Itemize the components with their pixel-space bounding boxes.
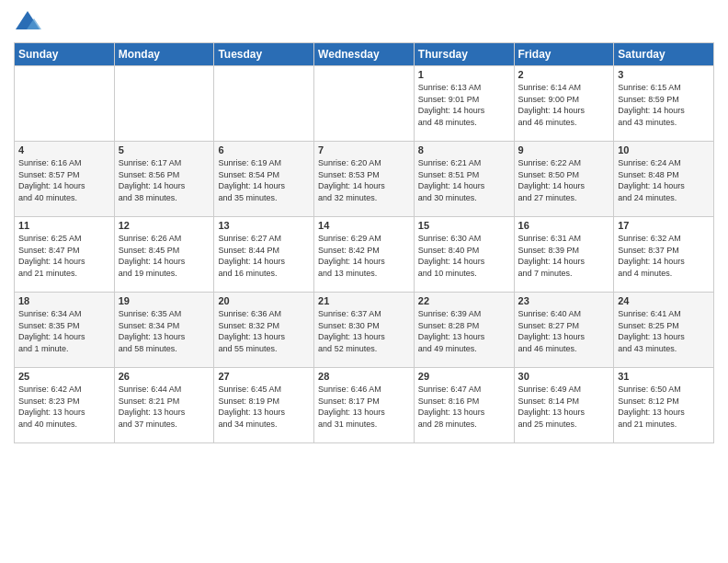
weekday-header-monday: Monday <box>114 43 214 66</box>
calendar-cell: 1Sunrise: 6:13 AM Sunset: 9:01 PM Daylig… <box>414 66 514 142</box>
calendar-cell: 30Sunrise: 6:49 AM Sunset: 8:14 PM Dayli… <box>514 368 614 443</box>
calendar-cell <box>15 66 115 142</box>
day-info: Sunrise: 6:50 AM Sunset: 8:12 PM Dayligh… <box>618 384 710 430</box>
calendar-cell: 24Sunrise: 6:41 AM Sunset: 8:25 PM Dayli… <box>614 293 714 368</box>
day-number: 26 <box>119 371 210 382</box>
day-number: 30 <box>518 371 610 382</box>
calendar-cell: 9Sunrise: 6:22 AM Sunset: 8:50 PM Daylig… <box>514 142 614 217</box>
day-info: Sunrise: 6:19 AM Sunset: 8:54 PM Dayligh… <box>218 157 310 203</box>
day-info: Sunrise: 6:49 AM Sunset: 8:14 PM Dayligh… <box>518 384 610 430</box>
calendar-cell: 11Sunrise: 6:25 AM Sunset: 8:47 PM Dayli… <box>15 217 115 293</box>
day-info: Sunrise: 6:44 AM Sunset: 8:21 PM Dayligh… <box>119 384 210 430</box>
day-number: 7 <box>318 144 410 155</box>
day-number: 15 <box>418 220 510 231</box>
day-info: Sunrise: 6:24 AM Sunset: 8:48 PM Dayligh… <box>618 157 710 203</box>
calendar-cell <box>314 66 415 142</box>
day-number: 29 <box>418 371 510 382</box>
calendar-cell: 16Sunrise: 6:31 AM Sunset: 8:39 PM Dayli… <box>514 217 614 293</box>
calendar-cell: 28Sunrise: 6:46 AM Sunset: 8:17 PM Dayli… <box>314 368 415 443</box>
weekday-header-row: SundayMondayTuesdayWednesdayThursdayFrid… <box>15 43 714 66</box>
day-info: Sunrise: 6:30 AM Sunset: 8:40 PM Dayligh… <box>418 233 510 279</box>
weekday-header-sunday: Sunday <box>15 43 115 66</box>
day-number: 1 <box>418 69 510 80</box>
day-info: Sunrise: 6:45 AM Sunset: 8:19 PM Dayligh… <box>218 384 310 430</box>
weekday-header-thursday: Thursday <box>414 43 514 66</box>
day-info: Sunrise: 6:13 AM Sunset: 9:01 PM Dayligh… <box>418 82 510 128</box>
day-number: 27 <box>218 371 310 382</box>
day-number: 9 <box>518 144 610 155</box>
calendar-cell: 29Sunrise: 6:47 AM Sunset: 8:16 PM Dayli… <box>414 368 514 443</box>
logo <box>14 9 45 35</box>
day-number: 28 <box>318 371 410 382</box>
calendar-cell: 6Sunrise: 6:19 AM Sunset: 8:54 PM Daylig… <box>214 142 314 217</box>
weekday-header-wednesday: Wednesday <box>314 43 415 66</box>
day-number: 16 <box>518 220 610 231</box>
day-number: 31 <box>618 371 710 382</box>
day-info: Sunrise: 6:27 AM Sunset: 8:44 PM Dayligh… <box>218 233 310 279</box>
day-number: 11 <box>18 220 110 231</box>
calendar-cell: 15Sunrise: 6:30 AM Sunset: 8:40 PM Dayli… <box>414 217 514 293</box>
day-info: Sunrise: 6:32 AM Sunset: 8:37 PM Dayligh… <box>618 233 710 279</box>
calendar-cell: 21Sunrise: 6:37 AM Sunset: 8:30 PM Dayli… <box>314 293 415 368</box>
day-number: 13 <box>218 220 310 231</box>
day-info: Sunrise: 6:35 AM Sunset: 8:34 PM Dayligh… <box>119 308 210 354</box>
day-number: 17 <box>618 220 710 231</box>
day-number: 23 <box>518 295 610 306</box>
day-info: Sunrise: 6:39 AM Sunset: 8:28 PM Dayligh… <box>418 308 510 354</box>
calendar-week-row: 4Sunrise: 6:16 AM Sunset: 8:57 PM Daylig… <box>15 142 714 217</box>
calendar-cell: 12Sunrise: 6:26 AM Sunset: 8:45 PM Dayli… <box>114 217 214 293</box>
day-info: Sunrise: 6:16 AM Sunset: 8:57 PM Dayligh… <box>18 157 110 203</box>
day-info: Sunrise: 6:41 AM Sunset: 8:25 PM Dayligh… <box>618 308 710 354</box>
calendar-cell: 13Sunrise: 6:27 AM Sunset: 8:44 PM Dayli… <box>214 217 314 293</box>
calendar-cell: 31Sunrise: 6:50 AM Sunset: 8:12 PM Dayli… <box>614 368 714 443</box>
page-container: SundayMondayTuesdayWednesdayThursdayFrid… <box>0 0 728 563</box>
day-info: Sunrise: 6:20 AM Sunset: 8:53 PM Dayligh… <box>318 157 410 203</box>
day-info: Sunrise: 6:17 AM Sunset: 8:56 PM Dayligh… <box>119 157 210 203</box>
calendar-cell: 25Sunrise: 6:42 AM Sunset: 8:23 PM Dayli… <box>15 368 115 443</box>
day-number: 24 <box>618 295 710 306</box>
day-number: 2 <box>518 69 610 80</box>
day-info: Sunrise: 6:31 AM Sunset: 8:39 PM Dayligh… <box>518 233 610 279</box>
calendar-cell: 3Sunrise: 6:15 AM Sunset: 8:59 PM Daylig… <box>614 66 714 142</box>
calendar-cell: 26Sunrise: 6:44 AM Sunset: 8:21 PM Dayli… <box>114 368 214 443</box>
day-info: Sunrise: 6:46 AM Sunset: 8:17 PM Dayligh… <box>318 384 410 430</box>
day-number: 14 <box>318 220 410 231</box>
calendar-cell <box>214 66 314 142</box>
day-number: 8 <box>418 144 510 155</box>
day-number: 22 <box>418 295 510 306</box>
calendar-week-row: 18Sunrise: 6:34 AM Sunset: 8:35 PM Dayli… <box>15 293 714 368</box>
day-info: Sunrise: 6:22 AM Sunset: 8:50 PM Dayligh… <box>518 157 610 203</box>
day-info: Sunrise: 6:15 AM Sunset: 8:59 PM Dayligh… <box>618 82 710 128</box>
day-info: Sunrise: 6:21 AM Sunset: 8:51 PM Dayligh… <box>418 157 510 203</box>
day-info: Sunrise: 6:37 AM Sunset: 8:30 PM Dayligh… <box>318 308 410 354</box>
day-number: 19 <box>119 295 210 306</box>
calendar-cell: 4Sunrise: 6:16 AM Sunset: 8:57 PM Daylig… <box>15 142 115 217</box>
day-info: Sunrise: 6:47 AM Sunset: 8:16 PM Dayligh… <box>418 384 510 430</box>
day-number: 12 <box>119 220 210 231</box>
day-number: 3 <box>618 69 710 80</box>
day-number: 4 <box>18 144 110 155</box>
day-info: Sunrise: 6:42 AM Sunset: 8:23 PM Dayligh… <box>18 384 110 430</box>
calendar-cell: 5Sunrise: 6:17 AM Sunset: 8:56 PM Daylig… <box>114 142 214 217</box>
day-number: 21 <box>318 295 410 306</box>
day-number: 20 <box>218 295 310 306</box>
page-header <box>14 9 714 35</box>
weekday-header-tuesday: Tuesday <box>214 43 314 66</box>
day-number: 18 <box>18 295 110 306</box>
calendar-cell: 23Sunrise: 6:40 AM Sunset: 8:27 PM Dayli… <box>514 293 614 368</box>
weekday-header-saturday: Saturday <box>614 43 714 66</box>
calendar-cell: 20Sunrise: 6:36 AM Sunset: 8:32 PM Dayli… <box>214 293 314 368</box>
calendar-cell: 14Sunrise: 6:29 AM Sunset: 8:42 PM Dayli… <box>314 217 415 293</box>
day-info: Sunrise: 6:29 AM Sunset: 8:42 PM Dayligh… <box>318 233 410 279</box>
day-info: Sunrise: 6:14 AM Sunset: 9:00 PM Dayligh… <box>518 82 610 128</box>
calendar-table: SundayMondayTuesdayWednesdayThursdayFrid… <box>14 42 714 443</box>
calendar-week-row: 1Sunrise: 6:13 AM Sunset: 9:01 PM Daylig… <box>15 66 714 142</box>
calendar-cell: 10Sunrise: 6:24 AM Sunset: 8:48 PM Dayli… <box>614 142 714 217</box>
calendar-cell: 27Sunrise: 6:45 AM Sunset: 8:19 PM Dayli… <box>214 368 314 443</box>
calendar-cell: 19Sunrise: 6:35 AM Sunset: 8:34 PM Dayli… <box>114 293 214 368</box>
calendar-cell: 22Sunrise: 6:39 AM Sunset: 8:28 PM Dayli… <box>414 293 514 368</box>
day-info: Sunrise: 6:36 AM Sunset: 8:32 PM Dayligh… <box>218 308 310 354</box>
day-info: Sunrise: 6:34 AM Sunset: 8:35 PM Dayligh… <box>18 308 110 354</box>
calendar-cell: 17Sunrise: 6:32 AM Sunset: 8:37 PM Dayli… <box>614 217 714 293</box>
day-number: 10 <box>618 144 710 155</box>
